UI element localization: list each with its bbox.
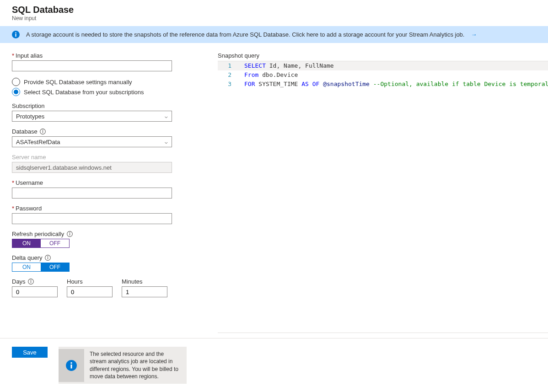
svg-point-1 (15, 32, 16, 34)
code-line: SELECT Id, Name, FullName (237, 61, 334, 70)
line-number: 3 (218, 80, 237, 89)
subscription-value: Prototypes (16, 113, 44, 120)
svg-point-10 (48, 256, 48, 257)
database-select[interactable]: ASATestRefData ⌵ (12, 136, 172, 147)
input-alias-field[interactable] (12, 60, 172, 71)
input-alias-label: *Input alias (12, 52, 172, 59)
refresh-off[interactable]: OFF (41, 239, 69, 247)
refresh-toggle[interactable]: ON OFF (12, 239, 70, 248)
delta-toggle[interactable]: ON OFF (12, 263, 70, 272)
page-subtitle: New input (12, 15, 536, 21)
radio-subscriptions-label: Select SQL Database from your subscripti… (24, 89, 144, 96)
code-line: From dbo.Device (237, 70, 298, 80)
settings-form: *Input alias Provide SQL Database settin… (12, 52, 172, 331)
radio-subscriptions[interactable]: Select SQL Database from your subscripti… (12, 88, 172, 96)
username-field[interactable] (12, 188, 172, 199)
delta-label: Delta query (12, 254, 172, 261)
database-value: ASATestRefData (16, 139, 60, 145)
hours-field[interactable] (67, 286, 113, 297)
svg-rect-2 (15, 34, 16, 37)
refresh-on[interactable]: ON (12, 239, 41, 247)
svg-point-4 (43, 130, 43, 131)
page-header: SQL Database New input (0, 0, 548, 23)
info-icon (40, 129, 46, 134)
storage-banner[interactable]: A storage account is needed to store the… (0, 26, 548, 43)
arrow-right-icon: → (471, 31, 477, 38)
svg-rect-11 (48, 257, 48, 259)
delta-off[interactable]: OFF (41, 263, 69, 271)
server-name-field (12, 162, 172, 173)
svg-rect-8 (70, 233, 70, 235)
password-label: *Password (12, 205, 172, 212)
hours-label: Hours (67, 278, 113, 285)
footer: Save The selected resource and the strea… (0, 338, 548, 392)
minutes-label: Minutes (122, 278, 167, 285)
subscription-label: Subscription (12, 102, 172, 109)
days-field[interactable] (12, 286, 58, 297)
minutes-field[interactable] (122, 286, 167, 297)
days-label: Days (12, 278, 58, 285)
svg-point-13 (31, 280, 32, 281)
region-notice: The selected resource and the stream ana… (59, 347, 187, 384)
svg-point-7 (69, 232, 70, 233)
snapshot-panel: Snapshot query 1 SELECT Id, Name, FullNa… (218, 52, 548, 331)
subscription-select[interactable]: Prototypes ⌵ (12, 111, 172, 122)
info-icon (45, 255, 51, 261)
radio-manual[interactable]: Provide SQL Database settings manually (12, 78, 172, 86)
info-icon (12, 31, 20, 38)
username-label: *Username (12, 179, 172, 186)
info-icon (59, 349, 84, 382)
code-line: FOR SYSTEM_TIME AS OF @snapshotTime --Op… (237, 80, 548, 89)
save-button[interactable]: Save (12, 347, 48, 358)
delta-on[interactable]: ON (12, 263, 41, 271)
notice-text: The selected resource and the stream ana… (84, 347, 187, 384)
snapshot-label: Snapshot query (218, 52, 548, 59)
password-field[interactable] (12, 213, 172, 224)
chevron-down-icon: ⌵ (165, 113, 168, 119)
svg-point-16 (70, 362, 72, 363)
banner-text: A storage account is needed to store the… (26, 31, 464, 38)
chevron-down-icon: ⌵ (165, 139, 168, 145)
info-icon (28, 279, 34, 285)
svg-rect-17 (70, 364, 72, 368)
refresh-label: Refresh periodically (12, 231, 172, 237)
line-number: 2 (218, 70, 237, 80)
sql-editor[interactable]: 1 SELECT Id, Name, FullName 2 From dbo.D… (218, 61, 548, 333)
radio-manual-label: Provide SQL Database settings manually (24, 79, 132, 86)
page-title: SQL Database (12, 5, 536, 15)
line-number: 1 (218, 61, 237, 70)
info-icon (67, 231, 73, 237)
server-name-label: Server name (12, 154, 172, 161)
database-label: Database (12, 128, 172, 135)
svg-rect-14 (31, 281, 31, 283)
svg-rect-5 (43, 131, 43, 133)
